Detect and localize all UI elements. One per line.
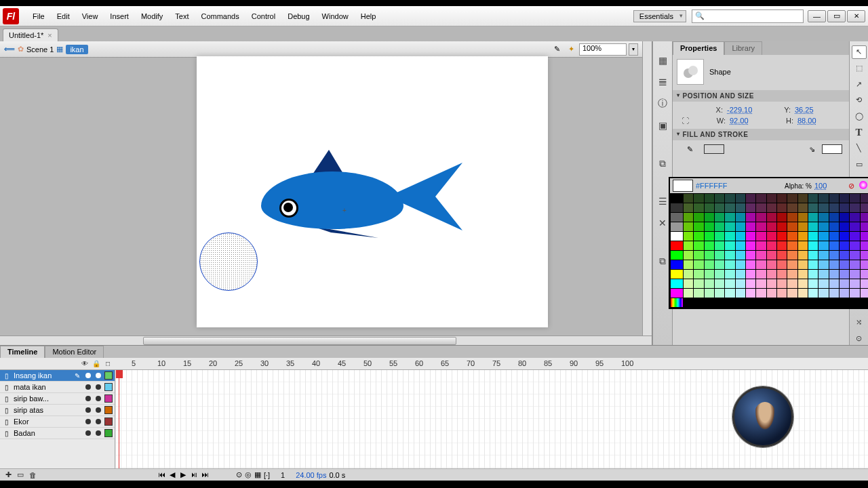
colorpicker-swatch[interactable] bbox=[840, 241, 849, 250]
colorpicker-swatch[interactable] bbox=[746, 251, 755, 260]
x-value[interactable]: -229.10 bbox=[727, 106, 757, 114]
colorpicker-swatch[interactable] bbox=[736, 260, 745, 269]
colorpicker-swatch[interactable] bbox=[829, 213, 839, 222]
edit-multiple-icon[interactable]: ▦ bbox=[254, 470, 261, 479]
colorpicker-swatch[interactable] bbox=[736, 222, 745, 231]
layer-row[interactable]: ▯ sirip baw... bbox=[0, 393, 115, 405]
colorpicker-swatch[interactable] bbox=[861, 279, 868, 288]
edit-symbols-icon[interactable]: ✦ bbox=[565, 45, 577, 54]
colorpicker-swatch[interactable] bbox=[798, 222, 808, 231]
fill-color-swatch[interactable] bbox=[822, 144, 842, 154]
colorpicker-swatch[interactable] bbox=[798, 194, 808, 203]
colorpicker-swatch[interactable] bbox=[840, 298, 849, 307]
colorpicker-leftcol-swatch[interactable] bbox=[671, 251, 683, 260]
colorpicker-swatch[interactable] bbox=[684, 289, 693, 298]
layer-color-chip[interactable] bbox=[104, 406, 113, 414]
dock-components-icon[interactable]: ☰ bbox=[656, 195, 669, 208]
search-input[interactable]: 🔍 bbox=[692, 9, 804, 23]
colorpicker-swatch[interactable] bbox=[705, 241, 714, 250]
colorpicker-swatch[interactable] bbox=[787, 194, 797, 203]
colorpicker-swatch[interactable] bbox=[829, 270, 839, 279]
colorpicker-leftcol-swatch[interactable] bbox=[671, 279, 683, 288]
colorpicker-swatch[interactable] bbox=[746, 289, 755, 298]
onion-skin-outline-icon[interactable]: ◎ bbox=[245, 470, 252, 479]
modify-markers-icon[interactable]: [·] bbox=[264, 471, 270, 479]
window-minimize-button[interactable]: — bbox=[808, 10, 826, 22]
colorpicker-swatch[interactable] bbox=[756, 203, 766, 212]
colorpicker-swatch[interactable] bbox=[840, 289, 849, 298]
colorpicker-swatch[interactable] bbox=[705, 260, 714, 269]
menu-control[interactable]: Control bbox=[246, 9, 281, 23]
colorpicker-swatch[interactable] bbox=[808, 213, 818, 222]
colorpicker-leftcol-swatch[interactable] bbox=[671, 241, 683, 250]
play-button[interactable]: ▶ bbox=[178, 470, 189, 479]
colorpicker-swatch[interactable] bbox=[725, 260, 734, 269]
colorpicker-swatch[interactable] bbox=[767, 203, 776, 212]
colorpicker-swatch[interactable] bbox=[756, 241, 766, 250]
colorpicker-swatch[interactable] bbox=[777, 279, 787, 288]
colorpicker-swatch[interactable] bbox=[808, 222, 818, 231]
colorpicker-swatch[interactable] bbox=[746, 298, 755, 307]
stage-canvas[interactable]: + bbox=[197, 56, 548, 327]
section-position-size[interactable]: POSITION AND SIZE bbox=[673, 90, 849, 102]
colorpicker-swatch[interactable] bbox=[787, 222, 797, 231]
selected-shape-ellipse[interactable] bbox=[199, 232, 258, 291]
lock-dot[interactable] bbox=[96, 430, 101, 436]
colorpicker-swatch[interactable] bbox=[787, 279, 797, 288]
colorpicker-swatch[interactable] bbox=[829, 203, 839, 212]
colorpicker-leftcol-swatch[interactable] bbox=[671, 232, 683, 241]
next-frame-button[interactable]: ⏯ bbox=[189, 470, 199, 479]
colorpicker-swatch[interactable] bbox=[850, 260, 859, 269]
colorpicker-swatch[interactable] bbox=[787, 241, 797, 250]
colorpicker-swatch[interactable] bbox=[725, 213, 734, 222]
text-tool[interactable]: T bbox=[852, 125, 867, 139]
colorpicker-swatch[interactable] bbox=[725, 279, 734, 288]
colorpicker-swatch[interactable] bbox=[798, 298, 808, 307]
colorpicker-swatch[interactable] bbox=[705, 213, 714, 222]
swap-colors-icon[interactable]: ⤭ bbox=[852, 316, 867, 329]
colorpicker-swatch[interactable] bbox=[850, 270, 859, 279]
colorpicker-swatch[interactable] bbox=[705, 289, 714, 298]
layer-color-chip[interactable] bbox=[104, 429, 113, 437]
colorpicker-swatch[interactable] bbox=[840, 203, 849, 212]
colorpicker-swatch[interactable] bbox=[787, 289, 797, 298]
colorpicker-swatch[interactable] bbox=[746, 241, 755, 250]
dock-align-icon[interactable]: ▦ bbox=[656, 54, 669, 67]
dock-motion-icon[interactable]: ⧉ bbox=[656, 254, 669, 268]
colorpicker-swatch[interactable] bbox=[808, 241, 818, 250]
colorpicker-swatch[interactable] bbox=[767, 222, 776, 231]
h-value[interactable]: 88.00 bbox=[797, 117, 827, 125]
colorpicker-swatch[interactable] bbox=[705, 232, 714, 241]
colorpicker-swatch[interactable] bbox=[850, 213, 859, 222]
colorpicker-swatch[interactable] bbox=[746, 232, 755, 241]
colorpicker-swatch[interactable] bbox=[861, 222, 868, 231]
menu-help[interactable]: Help bbox=[355, 9, 382, 23]
colorpicker-swatch[interactable] bbox=[756, 232, 766, 241]
dock-info-icon[interactable]: ⓘ bbox=[656, 97, 669, 110]
colorpicker-swatch[interactable] bbox=[808, 251, 818, 260]
colorpicker-swatch[interactable] bbox=[684, 203, 693, 212]
colorpicker-swatch[interactable] bbox=[850, 251, 859, 260]
visibility-column-icon[interactable]: 👁 bbox=[80, 360, 90, 367]
colorpicker-swatch[interactable] bbox=[798, 232, 808, 241]
menu-debug[interactable]: Debug bbox=[282, 9, 315, 23]
onion-skin-icon[interactable]: ⊙ bbox=[236, 470, 242, 479]
colorpicker-swatch[interactable] bbox=[715, 251, 724, 260]
colorpicker-leftcol-swatch[interactable] bbox=[671, 260, 683, 269]
colorpicker-swatch[interactable] bbox=[798, 279, 808, 288]
colorpicker-swatch[interactable] bbox=[850, 232, 859, 241]
tab-timeline[interactable]: Timeline bbox=[0, 346, 45, 358]
visibility-dot[interactable] bbox=[85, 373, 91, 378]
menu-text[interactable]: Text bbox=[170, 9, 194, 23]
colorpicker-swatch[interactable] bbox=[756, 289, 766, 298]
colorpicker-swatch[interactable] bbox=[861, 194, 868, 203]
colorpicker-swatch[interactable] bbox=[715, 222, 724, 231]
colorpicker-swatch[interactable] bbox=[829, 251, 839, 260]
dock-transform-icon[interactable]: 𝌆 bbox=[656, 75, 669, 89]
colorpicker-swatch[interactable] bbox=[715, 203, 724, 212]
colorpicker-swatch[interactable] bbox=[736, 213, 745, 222]
colorpicker-swatch[interactable] bbox=[684, 222, 693, 231]
colorpicker-swatch[interactable] bbox=[746, 260, 755, 269]
edit-scene-icon[interactable]: ✎ bbox=[551, 45, 563, 54]
colorpicker-swatch[interactable] bbox=[818, 203, 828, 212]
